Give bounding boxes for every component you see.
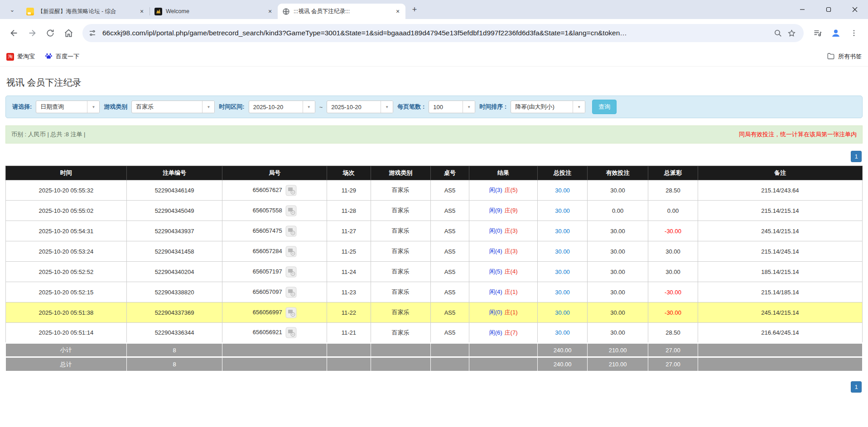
cell-bet-id: 522904336344 bbox=[126, 323, 222, 343]
total-bet-link[interactable]: 30.00 bbox=[555, 207, 570, 214]
maximize-icon[interactable] bbox=[815, 0, 842, 19]
video-replay-icon[interactable] bbox=[285, 246, 297, 257]
video-replay-icon[interactable] bbox=[285, 307, 297, 318]
result-player: 闲(0) bbox=[489, 309, 502, 316]
new-tab-button[interactable]: + bbox=[408, 3, 421, 16]
cell-payout: 0.00 bbox=[648, 201, 698, 221]
date-to-dropdown[interactable]: 2025-10-20 ▼ bbox=[327, 101, 393, 113]
bookmark-aitaobao[interactable]: 淘 爱淘宝 bbox=[6, 53, 35, 61]
search-button[interactable]: 查询 bbox=[592, 100, 617, 114]
table-row: 2025-10-20 05:55:32522904346149656057627… bbox=[6, 180, 863, 201]
tab-bet-records[interactable]: :::视讯 会员下注纪录::: × bbox=[278, 4, 405, 19]
result-banker: 庄(5) bbox=[505, 187, 518, 193]
home-icon[interactable] bbox=[61, 25, 76, 41]
bet-records-table: 时间 注单编号 局号 场次 游戏类别 桌号 结果 总投注 有效投注 总派彩 备注… bbox=[5, 166, 863, 371]
sum-empty bbox=[371, 343, 430, 357]
profile-icon[interactable] bbox=[828, 25, 844, 41]
table-row: 2025-10-20 05:52:52522904340204656057197… bbox=[6, 262, 863, 282]
tab-welcome[interactable]: Welcome × bbox=[150, 4, 278, 19]
cell-time: 2025-10-20 05:51:38 bbox=[6, 302, 127, 323]
col-round: 局号 bbox=[222, 166, 327, 180]
chevron-down-icon[interactable]: ▼ bbox=[573, 101, 585, 113]
media-playlist-icon[interactable] bbox=[810, 25, 825, 41]
zoom-icon[interactable] bbox=[771, 26, 785, 40]
all-bookmarks-button[interactable]: 所有书签 bbox=[827, 52, 862, 62]
chevron-down-icon[interactable]: ▼ bbox=[303, 101, 315, 113]
minimize-icon[interactable] bbox=[789, 0, 815, 19]
table-row: 2025-10-20 05:54:31522904343937656057475… bbox=[6, 221, 863, 241]
forward-icon[interactable] bbox=[24, 25, 40, 41]
forum-favicon-icon bbox=[26, 8, 34, 15]
cell-time: 2025-10-20 05:55:32 bbox=[6, 180, 127, 201]
chevron-down-icon[interactable]: ▼ bbox=[381, 101, 393, 113]
video-replay-icon[interactable] bbox=[285, 225, 297, 237]
video-replay-icon[interactable] bbox=[285, 287, 297, 298]
filter-panel: 请选择: 日期查询 ▼ 游戏类别 百家乐 ▼ 时间区间: 2025-10-20 … bbox=[5, 96, 863, 118]
page-number-button[interactable]: 1 bbox=[851, 151, 862, 162]
total-bet-link[interactable]: 30.00 bbox=[555, 228, 570, 235]
cell-total-bet: 30.00 bbox=[538, 180, 588, 201]
reload-icon[interactable] bbox=[43, 25, 58, 41]
total-bet-link[interactable]: 30.00 bbox=[555, 289, 570, 296]
table-body: 2025-10-20 05:55:32522904346149656057627… bbox=[6, 180, 863, 371]
total-bet-link[interactable]: 30.00 bbox=[555, 329, 570, 336]
url-bar[interactable]: 66cxkj98.com/ipl/portal.php/game/betreco… bbox=[82, 24, 804, 42]
cell-total-bet: 30.00 bbox=[538, 302, 588, 323]
sort-dropdown[interactable]: 降幂(由大到小) ▼ bbox=[511, 101, 585, 113]
page-size-dropdown[interactable]: 100 ▼ bbox=[429, 101, 475, 113]
cell-result: 闲(0)庄(3) bbox=[469, 221, 537, 241]
cell-table-no: AS5 bbox=[430, 180, 469, 201]
game-type-dropdown[interactable]: 百家乐 ▼ bbox=[131, 101, 215, 113]
bookmark-baidu[interactable]: 百度一下 bbox=[45, 52, 79, 61]
video-replay-icon[interactable] bbox=[285, 327, 297, 338]
sum-empty bbox=[430, 357, 469, 371]
chevron-down-icon[interactable]: ▼ bbox=[463, 101, 475, 113]
cell-total-bet: 30.00 bbox=[538, 262, 588, 282]
tab-close-icon[interactable]: × bbox=[138, 7, 146, 15]
close-icon[interactable] bbox=[842, 0, 868, 19]
chevron-down-icon[interactable]: ▼ bbox=[87, 101, 99, 113]
total-bet-link[interactable]: 30.00 bbox=[555, 248, 570, 255]
back-icon[interactable] bbox=[6, 25, 22, 41]
sort-label: 时间排序 : bbox=[479, 103, 506, 111]
video-replay-icon[interactable] bbox=[285, 266, 297, 278]
cell-bet-id: 522904341458 bbox=[126, 241, 222, 262]
url-text[interactable]: 66cxkj98.com/ipl/portal.php/game/betreco… bbox=[100, 29, 771, 37]
cell-round: 656057197 bbox=[222, 262, 327, 282]
tab-search-chevron-icon[interactable]: ⌄ bbox=[5, 3, 19, 16]
cell-payout: -30.00 bbox=[648, 221, 698, 241]
cell-result: 闲(3)庄(5) bbox=[469, 180, 537, 201]
cell-game-type: 百家乐 bbox=[371, 323, 430, 343]
total-bet-link[interactable]: 30.00 bbox=[555, 309, 570, 316]
folder-icon bbox=[827, 52, 835, 62]
video-replay-icon[interactable] bbox=[285, 205, 297, 216]
sum-total-bet: 240.00 bbox=[538, 357, 588, 371]
cell-time: 2025-10-20 05:54:31 bbox=[6, 221, 127, 241]
tab-title: :::视讯 会员下注纪录::: bbox=[294, 8, 390, 15]
round-number: 656057558 bbox=[253, 206, 282, 213]
tab-forum[interactable]: 【新提醒】海燕策略论坛 - 综合 × bbox=[22, 4, 149, 19]
total-bet-link[interactable]: 30.00 bbox=[555, 187, 570, 194]
cell-bet-id: 522904340204 bbox=[126, 262, 222, 282]
tab-close-icon[interactable]: × bbox=[266, 7, 274, 15]
cell-time: 2025-10-20 05:53:24 bbox=[6, 241, 127, 262]
cell-round: 656057627 bbox=[222, 180, 327, 201]
tune-icon[interactable] bbox=[85, 26, 100, 40]
video-replay-icon[interactable] bbox=[285, 185, 297, 196]
cell-payout: 30.00 bbox=[648, 241, 698, 262]
page-number-button[interactable]: 1 bbox=[851, 381, 862, 393]
query-type-value: 日期查询 bbox=[36, 101, 87, 113]
kebab-menu-icon[interactable] bbox=[846, 25, 862, 41]
chevron-down-icon[interactable]: ▼ bbox=[202, 101, 214, 113]
valid-bet-notice: 同局有效投注，统一计算在该局第一张注单内 bbox=[739, 130, 857, 139]
cell-valid-bet: 30.00 bbox=[587, 180, 648, 201]
query-type-dropdown[interactable]: 日期查询 ▼ bbox=[36, 101, 100, 113]
date-from-dropdown[interactable]: 2025-10-20 ▼ bbox=[249, 101, 315, 113]
star-icon[interactable] bbox=[785, 26, 798, 40]
tab-close-icon[interactable]: × bbox=[394, 7, 402, 15]
total-bet-link[interactable]: 30.00 bbox=[555, 269, 570, 275]
pagination-bottom: 1 bbox=[6, 381, 862, 393]
cell-round: 656057558 bbox=[222, 201, 327, 221]
cell-total-bet: 30.00 bbox=[538, 282, 588, 302]
round-number: 656057627 bbox=[253, 186, 282, 193]
